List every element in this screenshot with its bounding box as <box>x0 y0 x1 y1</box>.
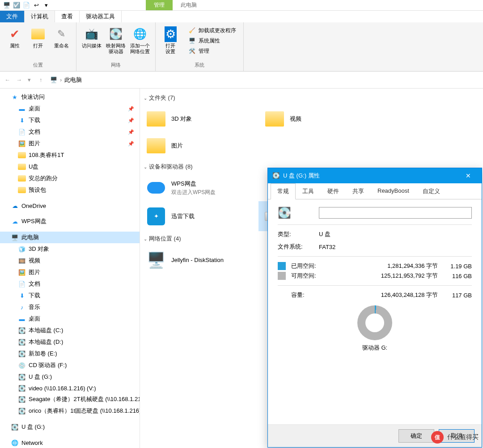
sidebar-presets[interactable]: 预设包 <box>0 184 140 196</box>
download-icon: ⬇ <box>18 292 26 299</box>
qat-folder-icon[interactable]: 📄 <box>22 1 30 9</box>
ribbon-add-network[interactable]: 🌐添加一个 网络位置 <box>130 26 150 55</box>
sidebar-drive-g-root[interactable]: 💽U 盘 (G:) <box>0 421 140 433</box>
ribbon-open-settings[interactable]: ⚙打开 设置 <box>161 26 180 55</box>
sidebar-folder-108[interactable]: 108.奥睿科1T <box>0 149 140 161</box>
sidebar-downloads[interactable]: ⬇下载📌 <box>0 114 140 126</box>
window-title: 此电脑 <box>173 0 205 10</box>
sidebar-drive-e[interactable]: 💽新加卷 (E:) <box>0 348 140 359</box>
tab-view[interactable]: 查看 <box>55 11 80 22</box>
sidebar-documents2[interactable]: 📄文档 <box>0 278 140 290</box>
tab-custom[interactable]: 自定义 <box>416 183 447 199</box>
sidebar-network[interactable]: 🌐Network <box>0 437 140 448</box>
capacity-bytes: 126,403,248,128 字节 <box>327 291 438 299</box>
sidebar-desktop2[interactable]: ▬桌面 <box>0 313 140 325</box>
nav-forward-icon[interactable]: → <box>16 76 23 83</box>
sidebar-drive-f[interactable]: 💿CD 驱动器 (F:) <box>0 359 140 371</box>
sidebar-anzong[interactable]: 安总的跑分 <box>0 173 140 184</box>
folder-icon <box>18 175 26 182</box>
ribbon-group-system-label: 系统 <box>195 62 204 69</box>
ok-button[interactable]: 确定 <box>398 429 434 443</box>
contextual-tab-manage[interactable]: 管理 <box>146 0 173 10</box>
sidebar-quick-access[interactable]: ★快速访问 <box>0 91 140 103</box>
ribbon-tabs: 文件 计算机 查看 驱动器工具 <box>0 11 483 22</box>
ribbon-rename[interactable]: ✎重命名 <box>52 26 71 49</box>
address-bar: ← → ▾ ↑ 🖥️ › 此电脑 <box>0 72 483 89</box>
sidebar-this-pc[interactable]: 🖥️此电脑 <box>0 232 140 243</box>
sidebar-drive-orico[interactable]: 💽orico（奥睿科）1t固态硬盘 (\\10.168.1.216) <box>0 405 140 417</box>
sidebar-wps[interactable]: ☁WPS网盘 <box>0 216 140 227</box>
ribbon-access-media[interactable]: 📺访问媒体 <box>82 26 102 49</box>
sidebar-drive-d[interactable]: 💽本地磁盘 (D:) <box>0 336 140 348</box>
tab-sharing[interactable]: 共享 <box>346 183 371 199</box>
dialog-titlebar[interactable]: 💽 U 盘 (G:) 属性 ✕ <box>268 168 482 183</box>
video-icon: 🎞️ <box>18 257 26 264</box>
nav-up-icon[interactable]: ↑ <box>39 76 47 83</box>
computer-icon: 🖥️ <box>11 234 19 241</box>
undo-icon[interactable]: ↩ <box>32 1 40 9</box>
sidebar-drive-c[interactable]: 💽本地磁盘 (C:) <box>0 325 140 336</box>
close-icon[interactable]: ✕ <box>459 172 477 179</box>
sidebar-music[interactable]: ♪音乐 <box>0 301 140 313</box>
nav-back-icon[interactable]: ← <box>4 76 12 83</box>
ribbon-open[interactable]: 打开 <box>29 26 47 49</box>
nav-dropdown-icon[interactable]: ▾ <box>28 76 35 83</box>
onedrive-icon: ☁ <box>11 202 19 209</box>
sidebar-desktop[interactable]: ▬桌面📌 <box>0 103 140 114</box>
folder-3d-objects[interactable]: 3D 对象 <box>140 106 258 132</box>
breadcrumb-chevron-icon[interactable]: › <box>60 76 62 83</box>
device-wps[interactable]: WPS网盘双击进入WPS网盘 <box>140 174 258 201</box>
sidebar-onedrive[interactable]: ☁OneDrive <box>0 200 140 211</box>
quick-access-toolbar: 🖥️ ☑️ 📄 ↩ ▾ 管理 此电脑 <box>0 0 483 11</box>
tab-hardware[interactable]: 硬件 <box>321 183 346 199</box>
ribbon-manage[interactable]: 🛠️管理 <box>187 46 238 56</box>
device-xunlei[interactable]: ✦迅雷下载 <box>140 201 258 231</box>
free-label: 可用空间: <box>291 272 322 280</box>
sidebar-drive-seagate[interactable]: 💽Seagate（希捷）2T机械硬盘 (\\10.168.1.216) <box>0 393 140 405</box>
tab-tools[interactable]: 工具 <box>296 183 321 199</box>
sidebar-udisk-folder[interactable]: U盘 <box>0 161 140 173</box>
volume-label-input[interactable] <box>319 207 472 219</box>
ribbon-group-network-label: 网络 <box>111 62 121 69</box>
network-jellyfin[interactable]: 🖥️Jellyfin - DiskStation <box>140 246 258 273</box>
used-swatch <box>278 262 286 270</box>
uninstall-icon: 🧹 <box>189 27 196 34</box>
ribbon-properties[interactable]: ✔属性 <box>5 26 24 49</box>
ribbon-map-drive[interactable]: 💽映射网络 驱动器 <box>106 26 126 55</box>
dialog-tabs: 常规 工具 硬件 共享 ReadyBoost 自定义 <box>268 183 482 199</box>
breadcrumb-current[interactable]: 此电脑 <box>64 76 82 84</box>
drive-icon: 💽 <box>272 172 280 179</box>
sidebar-pictures2[interactable]: 🖼️图片 <box>0 266 140 278</box>
dialog-title: U 盘 (G:) 属性 <box>283 172 320 180</box>
free-swatch <box>278 272 286 280</box>
wps-icon: ☁ <box>11 218 19 225</box>
tab-readyboost[interactable]: ReadyBoost <box>371 183 416 199</box>
sidebar-pictures[interactable]: 🖼️图片📌 <box>0 138 140 149</box>
network-drive-icon: 💽 <box>18 385 26 392</box>
ribbon-system-properties[interactable]: 🖥️系统属性 <box>187 36 238 46</box>
star-icon: ★ <box>11 93 19 101</box>
sidebar-downloads2[interactable]: ⬇下载 <box>0 290 140 301</box>
type-label: 类型: <box>278 230 310 238</box>
sidebar-drive-g[interactable]: 💽U 盘 (G:) <box>0 371 140 383</box>
capacity-label: 容量: <box>291 291 322 299</box>
qat-dropdown-icon[interactable]: ▾ <box>42 1 50 9</box>
section-folders[interactable]: ⌄文件夹 (7) <box>140 92 483 104</box>
manage-icon: 🛠️ <box>189 48 196 55</box>
tab-file[interactable]: 文件 <box>0 11 25 22</box>
usb-icon: 💽 <box>11 423 19 431</box>
tab-computer[interactable]: 计算机 <box>25 11 55 22</box>
system-props-icon: 🖥️ <box>189 38 196 45</box>
tab-drive-tools[interactable]: 驱动器工具 <box>80 11 122 22</box>
tab-general[interactable]: 常规 <box>271 183 296 199</box>
folder-icon <box>18 186 26 194</box>
sidebar-videos[interactable]: 🎞️视频 <box>0 255 140 266</box>
folder-videos[interactable]: 视频 <box>258 106 377 132</box>
folder-pictures[interactable]: 图片 <box>140 132 258 159</box>
qat-checkbox-icon[interactable]: ☑️ <box>13 1 21 9</box>
sidebar-drive-v[interactable]: 💽video (\\10.168.1.216) (V:) <box>0 383 140 393</box>
ribbon-group-location-label: 位置 <box>33 62 43 69</box>
sidebar-3d-objects[interactable]: 🧊3D 对象 <box>0 243 140 255</box>
ribbon-uninstall[interactable]: 🧹卸载或更改程序 <box>187 26 238 35</box>
sidebar-documents[interactable]: 📄文档📌 <box>0 126 140 138</box>
